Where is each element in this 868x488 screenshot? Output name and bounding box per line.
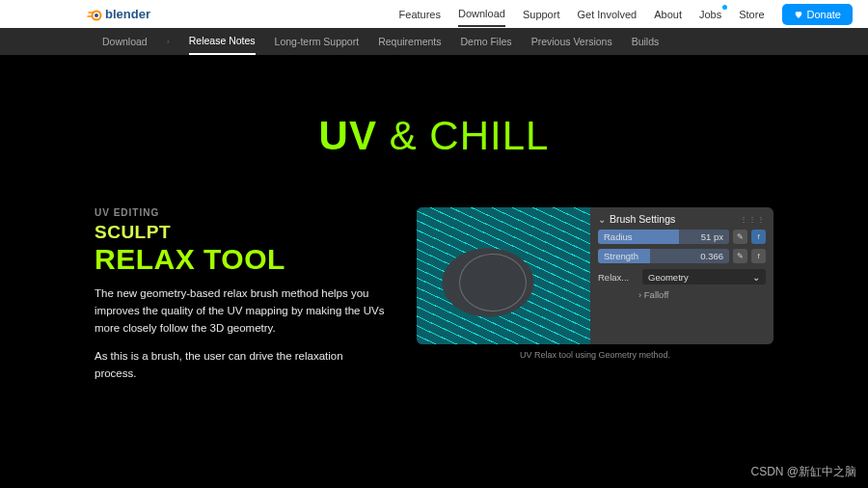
falloff-expand[interactable]: › Falloff	[638, 289, 766, 300]
pen-icon[interactable]: ✎	[733, 230, 747, 244]
nav-store[interactable]: Store	[739, 3, 764, 26]
subnav-builds[interactable]: Builds	[632, 29, 660, 54]
pressure-icon[interactable]: f	[751, 230, 766, 244]
subnav-lts[interactable]: Long-term Support	[275, 29, 360, 54]
chevron-down-icon: ⌄	[752, 272, 760, 283]
panel-title: Brush Settings	[610, 213, 675, 225]
subnav-requirements[interactable]: Requirements	[378, 29, 441, 54]
eyebrow: UV EDITING	[95, 207, 388, 218]
brand-text: blender	[105, 7, 150, 21]
donate-button[interactable]: Donate	[782, 4, 853, 25]
nav-features[interactable]: Features	[399, 3, 441, 26]
subnav-release-notes[interactable]: Release Notes	[189, 28, 256, 55]
relax-dropdown[interactable]: Geometry⌄	[642, 269, 766, 285]
brush-settings-panel: ⌄ Brush Settings ⋮⋮⋮ Radius51 px ✎ f Str…	[590, 207, 773, 344]
hero: UV & CHILL	[0, 55, 868, 207]
figure-caption: UV Relax tool using Geometry method.	[417, 350, 773, 360]
chevron-right-icon: ›	[167, 37, 170, 46]
subnav-demo-files[interactable]: Demo Files	[461, 29, 512, 54]
content: UV EDITING SCULPT RELAX TOOL The new geo…	[0, 207, 868, 394]
figure: ⌄ Brush Settings ⋮⋮⋮ Radius51 px ✎ f Str…	[417, 207, 773, 360]
nav-jobs[interactable]: Jobs	[699, 3, 721, 26]
uv-mesh-preview	[417, 207, 590, 344]
article: UV EDITING SCULPT RELAX TOOL The new geo…	[95, 207, 388, 394]
chevron-down-icon[interactable]: ⌄	[598, 214, 606, 225]
paragraph-1: The new geometry-based relax brush metho…	[95, 285, 388, 337]
hero-title: UV & CHILL	[0, 113, 868, 159]
nav-support[interactable]: Support	[523, 3, 560, 26]
brand-logo[interactable]: blender	[87, 7, 150, 22]
radius-slider[interactable]: Radius51 px	[598, 230, 729, 244]
relax-label: Relax...	[598, 272, 638, 283]
subnav-download[interactable]: Download	[102, 29, 148, 54]
notification-dot	[722, 5, 727, 10]
blender-icon	[87, 7, 102, 22]
pen-icon[interactable]: ✎	[733, 249, 747, 263]
nav-download[interactable]: Download	[458, 2, 505, 27]
sub-nav: Download › Release Notes Long-term Suppo…	[0, 28, 868, 55]
heading-line2: RELAX TOOL	[95, 243, 388, 276]
subnav-previous[interactable]: Previous Versions	[531, 29, 612, 54]
svg-point-1	[95, 14, 98, 17]
heart-icon	[794, 10, 803, 19]
nav-about[interactable]: About	[654, 3, 682, 26]
preview-panel: ⌄ Brush Settings ⋮⋮⋮ Radius51 px ✎ f Str…	[417, 207, 773, 344]
pressure-icon[interactable]: f	[751, 249, 766, 263]
paragraph-2: As this is a brush, the user can drive t…	[95, 348, 388, 383]
top-bar: blender Features Download Support Get In…	[0, 0, 868, 28]
watermark: CSDN @新缸中之脑	[750, 464, 856, 480]
nav-get-involved[interactable]: Get Involved	[577, 3, 637, 26]
heading-line1: SCULPT	[95, 222, 388, 243]
strength-slider[interactable]: Strength0.366	[598, 249, 729, 263]
grip-icon[interactable]: ⋮⋮⋮	[740, 215, 766, 224]
top-nav: Features Download Support Get Involved A…	[399, 2, 853, 27]
